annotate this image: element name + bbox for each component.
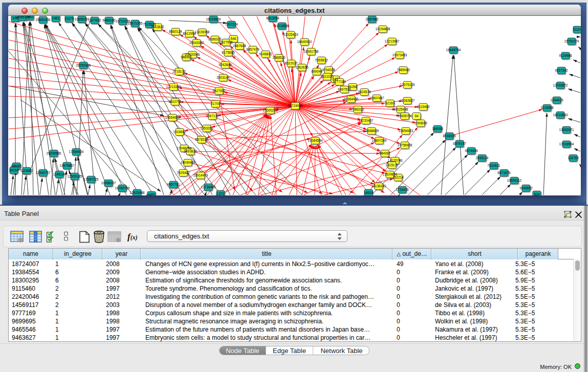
svg-text:8457479: 8457479 (246, 48, 259, 51)
svg-text:17359924: 17359924 (69, 150, 84, 154)
svg-text:62160: 62160 (385, 101, 395, 105)
svg-text:14614: 14614 (364, 191, 373, 194)
svg-text:18807249: 18807249 (372, 139, 387, 142)
svg-text:1244415: 1244415 (550, 98, 563, 102)
svg-text:8471676: 8471676 (497, 171, 511, 174)
svg-text:9794028: 9794028 (322, 68, 335, 72)
svg-text:8660124: 8660124 (169, 30, 182, 33)
svg-text:13654923: 13654923 (399, 129, 413, 133)
svg-text:13692971: 13692971 (559, 128, 574, 132)
svg-text:16363627: 16363627 (400, 99, 415, 102)
svg-text:13716485: 13716485 (201, 185, 216, 189)
svg-text:1371: 1371 (217, 192, 225, 195)
svg-text:19379: 19379 (64, 17, 74, 20)
svg-text:7955812: 7955812 (315, 58, 328, 62)
svg-text:1862: 1862 (26, 16, 34, 18)
svg-text:116753: 116753 (568, 156, 579, 160)
svg-text:6497506: 6497506 (338, 87, 351, 91)
svg-text:20364436: 20364436 (344, 97, 359, 101)
svg-text:8813054: 8813054 (266, 16, 279, 20)
svg-text:3267130: 3267130 (206, 114, 219, 118)
svg-text:988961: 988961 (181, 55, 192, 59)
svg-text:252214: 252214 (393, 176, 404, 179)
svg-text:15751074: 15751074 (564, 39, 579, 43)
svg-text:26206556: 26206556 (47, 151, 61, 155)
svg-text:9227342: 9227342 (555, 69, 568, 72)
svg-text:7632621: 7632621 (487, 164, 500, 167)
svg-text:8175685: 8175685 (222, 51, 235, 54)
svg-text:14120746: 14120746 (388, 159, 403, 162)
svg-text:16914479: 16914479 (193, 173, 208, 177)
svg-text:6466160: 6466160 (102, 18, 116, 22)
svg-text:16961758: 16961758 (304, 50, 319, 53)
svg-text:1353359: 1353359 (200, 126, 213, 130)
svg-text:7357224: 7357224 (225, 23, 238, 26)
svg-text:546: 546 (231, 37, 236, 40)
svg-text:2087682: 2087682 (365, 17, 379, 21)
svg-text:5578332: 5578332 (195, 138, 208, 141)
svg-text:9129966: 9129966 (559, 54, 572, 57)
svg-text:6879197: 6879197 (453, 142, 466, 145)
svg-text:19756928: 19756928 (398, 143, 412, 147)
svg-text:9245652: 9245652 (519, 186, 533, 190)
svg-text:12942757: 12942757 (36, 171, 51, 174)
svg-text:15300273: 15300273 (263, 108, 278, 112)
svg-text:10025438: 10025438 (394, 107, 408, 111)
svg-text:11124: 11124 (573, 28, 581, 31)
svg-text:8938935: 8938935 (443, 134, 456, 138)
svg-text:524: 524 (534, 192, 540, 195)
svg-text:7986322: 7986322 (351, 107, 364, 111)
svg-text:17016504: 17016504 (559, 142, 574, 146)
svg-text:12505185: 12505185 (68, 174, 82, 178)
svg-text:12213369: 12213369 (166, 85, 181, 89)
svg-text:9115460: 9115460 (417, 105, 430, 108)
svg-text:16671355: 16671355 (128, 21, 143, 25)
svg-text:3493822: 3493822 (184, 149, 197, 153)
svg-text:64: 64 (415, 114, 419, 118)
svg-text:10973493: 10973493 (393, 53, 407, 57)
svg-text:7625402: 7625402 (177, 171, 190, 174)
svg-text:9327505: 9327505 (220, 40, 233, 44)
svg-text:12923448: 12923448 (130, 191, 145, 194)
svg-text:13226058: 13226058 (195, 30, 210, 34)
svg-text:16543362: 16543362 (189, 41, 204, 45)
svg-text:26053346: 26053346 (76, 63, 91, 67)
svg-text:1527602: 1527602 (88, 18, 101, 22)
svg-text:7485063: 7485063 (397, 68, 410, 72)
svg-text:10655287: 10655287 (75, 17, 90, 21)
svg-text:1461: 1461 (52, 16, 60, 20)
svg-text:9427552: 9427552 (212, 89, 226, 93)
svg-text:20691406: 20691406 (36, 18, 51, 21)
svg-text:19218506: 19218506 (275, 24, 290, 28)
svg-text:2903144: 2903144 (216, 76, 230, 79)
svg-text:164095: 164095 (432, 127, 443, 130)
svg-text:12975125: 12975125 (400, 83, 415, 86)
svg-text:10154808: 10154808 (376, 27, 390, 31)
svg-text:3624574: 3624574 (358, 90, 371, 94)
svg-text:2935114: 2935114 (476, 156, 489, 160)
svg-text:15495756: 15495756 (398, 114, 412, 118)
svg-text:8912954: 8912954 (183, 32, 196, 35)
svg-text:9242848: 9242848 (219, 63, 232, 67)
svg-text:899044: 899044 (311, 70, 322, 73)
svg-text:7663822: 7663822 (151, 25, 164, 29)
svg-text:19384554: 19384554 (308, 139, 323, 142)
svg-text:19975867: 19975867 (60, 164, 75, 167)
svg-text:9452: 9452 (148, 193, 156, 195)
svg-text:1145194: 1145194 (53, 172, 66, 176)
svg-text:16640910: 16640910 (297, 40, 312, 43)
svg-text:1815172: 1815172 (385, 163, 399, 167)
svg-text:9777169: 9777169 (333, 80, 346, 83)
svg-text:1115682: 1115682 (20, 169, 33, 172)
svg-text:1362635: 1362635 (295, 65, 309, 69)
svg-text:435061: 435061 (11, 164, 22, 168)
svg-text:9146821: 9146821 (259, 52, 272, 56)
svg-text:21700: 21700 (211, 102, 220, 105)
svg-text:1810755: 1810755 (168, 100, 182, 103)
svg-text:3215958: 3215958 (540, 106, 554, 110)
svg-text:16210643: 16210643 (553, 113, 568, 117)
svg-text:16782759: 16782759 (115, 186, 130, 190)
svg-text:10654112: 10654112 (507, 179, 522, 182)
svg-text:16648764: 16648764 (446, 48, 461, 52)
svg-text:8322037: 8322037 (285, 61, 298, 65)
